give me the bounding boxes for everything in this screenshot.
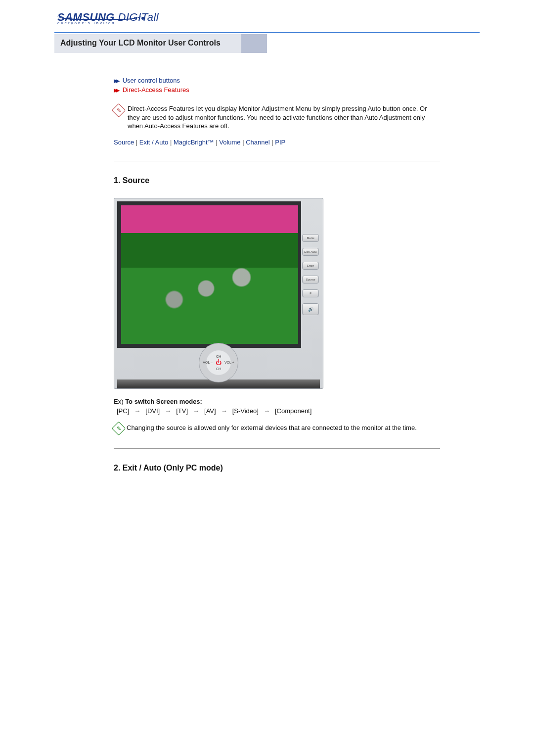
monitor-btn-enter: Enter [302, 262, 319, 270]
mode-sequence: [PC]→ [DVI]→ [TV]→ [AV]→ [S-Video]→ [Com… [117, 407, 440, 415]
subnav-label: Direct-Access Features [123, 86, 189, 94]
arrow-icon: → [193, 407, 199, 415]
monitor-btn-exit: Exit/ Auto [302, 248, 319, 256]
seq-item: [TV] [176, 407, 188, 415]
monitor-btn-f: F [302, 289, 319, 297]
monitor-illustration: Menu Exit/ Auto Enter Source F 🔊 CH VOL … [114, 198, 440, 389]
ring-ch-up: CH [216, 355, 221, 358]
seq-item: [S-Video] [232, 407, 259, 415]
jump-link-exit-auto[interactable]: Exit / Auto [139, 139, 169, 146]
jump-link-channel[interactable]: Channel [246, 139, 269, 146]
example-line: Ex) To switch Screen modes: [114, 398, 440, 405]
jump-link-volume[interactable]: Volume [219, 139, 240, 146]
example-label: To switch Screen modes: [125, 398, 202, 405]
ring-vol-down: VOL – [203, 361, 213, 364]
brand-logo: SAMSUNG DIGITall everyone's invited [57, 12, 480, 25]
intro-text: Direct-Access Features let you display M… [128, 104, 440, 131]
seq-item: [DVI] [145, 407, 160, 415]
tip-diamond-icon [112, 421, 126, 435]
jump-link-magicbright[interactable]: MagicBright™ [174, 139, 214, 146]
jump-link-bar: Source | Exit / Auto | MagicBright™ | Vo… [114, 139, 440, 146]
monitor-btn-menu: Menu [302, 234, 319, 242]
ring-vol-up: VOL + [224, 361, 234, 364]
header-rule [54, 32, 480, 33]
divider [114, 448, 440, 449]
source-note: Changing the source is allowed only for … [127, 424, 417, 432]
arrow-icon: → [221, 407, 227, 415]
section-heading-exit-auto: 2. Exit / Auto (Only PC mode) [114, 464, 440, 472]
seq-item: [Component] [275, 407, 312, 415]
arrow-icon: → [165, 407, 171, 415]
seq-item: [AV] [204, 407, 216, 415]
subnav-direct-access[interactable]: ▶▶ Direct-Access Features [114, 86, 440, 94]
example-prefix: Ex) [114, 398, 125, 405]
jump-link-source[interactable]: Source [114, 139, 134, 146]
double-arrow-icon: ▶▶ [114, 78, 118, 84]
monitor-screen [117, 201, 301, 348]
jump-link-pip[interactable]: PIP [275, 139, 285, 146]
double-arrow-icon: ▶▶ [114, 87, 118, 93]
subnav-user-controls[interactable]: ▶▶ User control buttons [114, 77, 440, 84]
monitor-speaker-icon: 🔊 [302, 303, 319, 315]
note-diamond-icon [112, 103, 126, 117]
power-icon: ⏻ [216, 359, 222, 366]
monitor-control-ring: CH VOL – ⏻ VOL + CH [199, 343, 238, 382]
subnav-label: User control buttons [123, 77, 180, 84]
monitor-btn-source: Source [302, 276, 319, 284]
ring-ch-down: CH [216, 367, 221, 371]
arrow-icon: → [264, 407, 270, 415]
page-title: Adjusting Your LCD Monitor User Controls [60, 39, 480, 47]
divider [114, 161, 440, 161]
section-heading-source: 1. Source [114, 176, 440, 185]
arrow-icon: → [134, 407, 140, 415]
seq-item: [PC] [117, 407, 129, 415]
brand-tagline: everyone's invited [57, 21, 116, 25]
brand-swoosh-icon [57, 16, 141, 20]
